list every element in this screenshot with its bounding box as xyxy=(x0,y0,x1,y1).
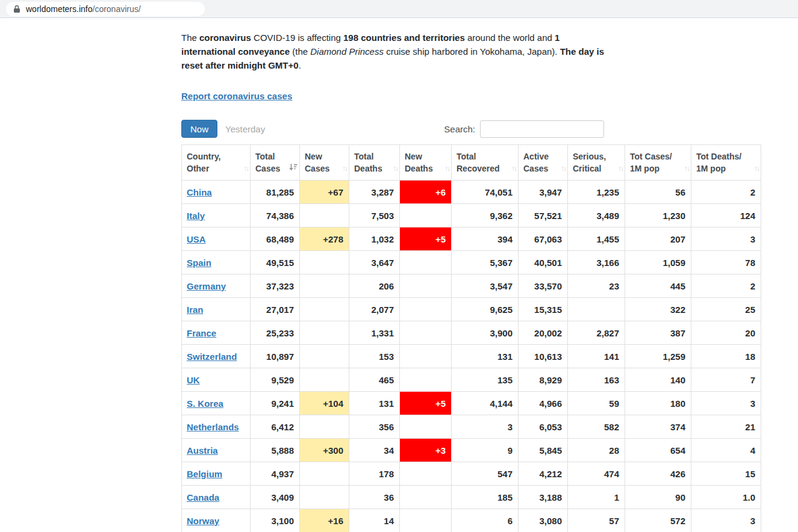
total_deaths-cell: 131 xyxy=(349,392,400,415)
country-link[interactable]: Italy xyxy=(187,211,205,221)
total_deaths-cell: 2,077 xyxy=(349,298,400,321)
total_cases-cell: 68,489 xyxy=(251,227,300,251)
country-link[interactable]: Germany xyxy=(187,281,226,291)
column-header-cases_per_1m[interactable]: Tot Cases/ 1M pop↑↓ xyxy=(625,145,691,181)
url-bar[interactable]: worldometers.info/coronavirus/ xyxy=(6,2,205,16)
table-row: Netherlands6,41235636,05358237421 xyxy=(182,415,761,439)
serious_critical-cell: 2,827 xyxy=(568,321,625,345)
column-header-new_cases[interactable]: New Cases↑↓ xyxy=(300,145,349,181)
total_recovered-cell: 547 xyxy=(452,462,519,486)
report-cases-link[interactable]: Report coronavirus cases xyxy=(181,91,292,101)
column-header-country[interactable]: Country, Other↑↓ xyxy=(182,145,251,181)
table-row: Spain49,5153,6475,36740,5013,1661,05978 xyxy=(182,251,761,274)
total_cases-cell: 9,241 xyxy=(251,392,300,415)
sort-both-icon: ↑↓ xyxy=(754,165,759,172)
cases_per_1m-cell: 207 xyxy=(625,227,691,251)
intro-segment: coronavirus xyxy=(199,32,251,43)
new_cases-cell xyxy=(300,298,349,321)
deaths_per_1m-cell: 3 xyxy=(691,227,761,251)
country-cell: Spain xyxy=(182,251,251,274)
url-text[interactable]: worldometers.info/coronavirus/ xyxy=(26,4,141,14)
sort-both-icon: ↑↓ xyxy=(243,165,248,172)
cases_per_1m-cell: 140 xyxy=(625,368,691,392)
country-link[interactable]: France xyxy=(187,328,216,338)
now-button[interactable]: Now xyxy=(181,120,217,138)
table-row: Germany37,3232063,54733,570234452 xyxy=(182,274,761,298)
column-header-label: New Deaths xyxy=(405,152,433,173)
active_cases-cell: 67,063 xyxy=(519,227,568,251)
country-link[interactable]: UK xyxy=(187,375,200,385)
column-header-label: Active Cases xyxy=(523,152,549,173)
column-header-total_cases[interactable]: Total Cases xyxy=(251,145,300,181)
search-label: Search: xyxy=(444,124,475,134)
browser-toolbar: worldometers.info/coronavirus/ xyxy=(0,0,798,18)
lock-icon[interactable] xyxy=(13,5,20,13)
sort-both-icon: ↑↓ xyxy=(444,165,449,172)
column-header-serious_critical[interactable]: Serious, Critical↑↓ xyxy=(568,145,625,181)
column-header-new_deaths[interactable]: New Deaths↑↓ xyxy=(400,145,452,181)
column-header-deaths_per_1m[interactable]: Tot Deaths/ 1M pop↑↓ xyxy=(691,145,761,181)
new_cases-cell: +300 xyxy=(300,439,349,462)
column-header-label: Total Cases xyxy=(255,152,280,173)
country-link[interactable]: Canada xyxy=(187,492,219,503)
country-link[interactable]: S. Korea xyxy=(187,398,223,409)
country-link[interactable]: China xyxy=(187,187,212,197)
total_cases-cell: 74,386 xyxy=(251,204,300,227)
sort-both-icon: ↑↓ xyxy=(393,165,397,172)
serious_critical-cell: 474 xyxy=(568,462,625,486)
column-header-active_cases[interactable]: Active Cases↑↓ xyxy=(519,145,568,181)
country-cell: Netherlands xyxy=(182,415,251,439)
search-input[interactable] xyxy=(480,120,604,138)
url-path: /coronavirus/ xyxy=(93,4,141,14)
country-cell: Norway xyxy=(182,509,251,532)
sort-both-icon: ↑↓ xyxy=(561,165,566,172)
cases_per_1m-cell: 572 xyxy=(625,509,691,532)
country-link[interactable]: Netherlands xyxy=(187,422,239,432)
total_recovered-cell: 185 xyxy=(452,486,519,509)
active_cases-cell: 3,080 xyxy=(519,509,568,532)
country-link[interactable]: USA xyxy=(187,234,206,244)
intro-segment: 198 countries and territories xyxy=(343,32,465,43)
column-header-total_deaths[interactable]: Total Deaths↑↓ xyxy=(349,145,400,181)
column-header-label: Tot Cases/ 1M pop xyxy=(630,152,672,173)
deaths_per_1m-cell: 15 xyxy=(691,462,761,486)
country-link[interactable]: Norway xyxy=(187,516,219,526)
new_deaths-cell xyxy=(400,321,452,345)
country-cell: Austria xyxy=(182,439,251,462)
serious_critical-cell: 57 xyxy=(568,509,625,532)
active_cases-cell: 33,570 xyxy=(519,274,568,298)
cases_per_1m-cell: 1,230 xyxy=(625,204,691,227)
total_cases-cell: 5,888 xyxy=(251,439,300,462)
intro-segment: The xyxy=(181,32,199,43)
serious_critical-cell: 1 xyxy=(568,486,625,509)
intro-paragraph: The coronavirus COVID-19 is affecting 19… xyxy=(181,31,604,72)
country-cell: S. Korea xyxy=(182,392,251,415)
deaths_per_1m-cell: 21 xyxy=(691,415,761,439)
country-cell: Germany xyxy=(182,274,251,298)
country-link[interactable]: Switzerland xyxy=(187,351,237,362)
cases_per_1m-cell: 426 xyxy=(625,462,691,486)
active_cases-cell: 6,053 xyxy=(519,415,568,439)
intro-segment: COVID-19 is affecting xyxy=(251,32,343,43)
country-link[interactable]: Iran xyxy=(187,305,204,315)
deaths_per_1m-cell: 3 xyxy=(691,509,761,532)
deaths_per_1m-cell: 1.0 xyxy=(691,486,761,509)
total_cases-cell: 9,529 xyxy=(251,368,300,392)
country-cell: USA xyxy=(182,227,251,251)
column-header-total_recovered[interactable]: Total Recovered↑↓ xyxy=(452,145,519,181)
yesterday-button[interactable]: Yesterday xyxy=(225,124,265,134)
url-domain: worldometers.info xyxy=(26,4,93,14)
total_deaths-cell: 1,032 xyxy=(349,227,400,251)
total_cases-cell: 10,897 xyxy=(251,345,300,368)
total_recovered-cell: 6 xyxy=(452,509,519,532)
cases_per_1m-cell: 1,259 xyxy=(625,345,691,368)
cases_per_1m-cell: 90 xyxy=(625,486,691,509)
active_cases-cell: 4,966 xyxy=(519,392,568,415)
country-link[interactable]: Spain xyxy=(187,258,211,268)
country-link[interactable]: Belgium xyxy=(187,469,222,479)
total_recovered-cell: 9,625 xyxy=(452,298,519,321)
deaths_per_1m-cell: 20 xyxy=(691,321,761,345)
country-link[interactable]: Austria xyxy=(187,445,218,456)
active_cases-cell: 4,212 xyxy=(519,462,568,486)
cases_per_1m-cell: 180 xyxy=(625,392,691,415)
